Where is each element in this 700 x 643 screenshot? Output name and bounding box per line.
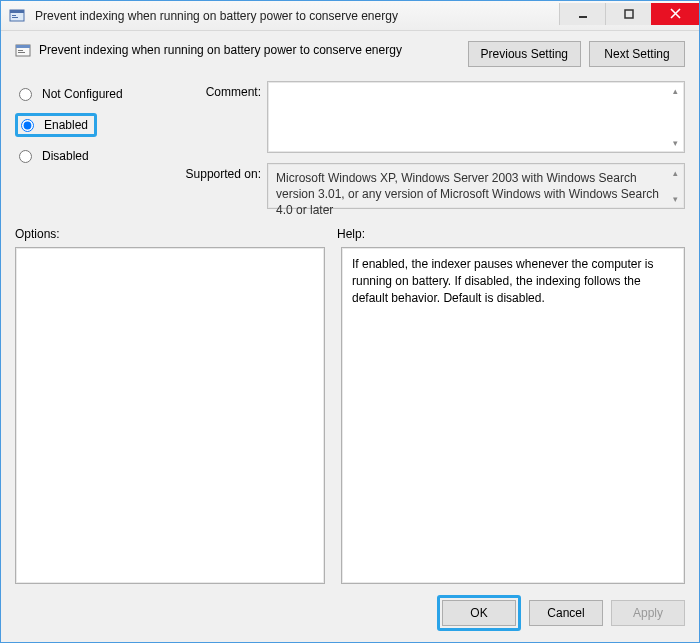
apply-button[interactable]: Apply: [611, 600, 685, 626]
radio-enabled-input[interactable]: [21, 119, 34, 132]
svg-rect-1: [10, 10, 24, 13]
scroll-up-icon: ▴: [668, 84, 682, 98]
options-pane: [15, 247, 325, 584]
scroll-down-icon: ▾: [668, 192, 682, 206]
radio-disabled-label: Disabled: [42, 149, 89, 163]
scroll-down-icon: ▾: [668, 136, 682, 150]
policy-title: Prevent indexing when running on battery…: [39, 41, 460, 57]
maximize-button[interactable]: [605, 3, 651, 25]
radio-not-configured-label: Not Configured: [42, 87, 123, 101]
policy-icon: [15, 43, 31, 59]
radio-enabled[interactable]: Enabled: [15, 113, 97, 137]
window-controls: [559, 3, 699, 25]
radio-disabled-input[interactable]: [19, 150, 32, 163]
svg-rect-2: [12, 15, 16, 16]
app-icon: [9, 8, 25, 24]
svg-rect-5: [625, 10, 633, 18]
next-setting-button[interactable]: Next Setting: [589, 41, 685, 67]
scroll-up-icon: ▴: [668, 166, 682, 180]
svg-rect-7: [16, 45, 30, 48]
comment-scrollbar[interactable]: ▴ ▾: [668, 84, 682, 150]
help-pane: If enabled, the indexer pauses whenever …: [341, 247, 685, 584]
svg-rect-9: [18, 52, 25, 53]
comment-label: Comment:: [173, 81, 261, 99]
supported-on-value: Microsoft Windows XP, Windows Server 200…: [276, 171, 659, 217]
svg-rect-3: [12, 17, 18, 18]
supported-on-text: Microsoft Windows XP, Windows Server 200…: [267, 163, 685, 209]
supported-on-label: Supported on:: [173, 163, 261, 181]
options-label: Options:: [15, 227, 337, 241]
window-title: Prevent indexing when running on battery…: [35, 9, 398, 23]
cancel-button[interactable]: Cancel: [529, 600, 603, 626]
title-bar: Prevent indexing when running on battery…: [1, 1, 699, 31]
help-label: Help:: [337, 227, 365, 241]
radio-not-configured-input[interactable]: [19, 88, 32, 101]
svg-rect-4: [579, 16, 587, 18]
previous-setting-button[interactable]: Previous Setting: [468, 41, 581, 67]
comment-textarea[interactable]: ▴ ▾: [267, 81, 685, 153]
dialog-footer: OK Cancel Apply: [15, 584, 685, 630]
close-button[interactable]: [651, 3, 699, 25]
supported-scrollbar[interactable]: ▴ ▾: [668, 166, 682, 206]
svg-rect-8: [18, 50, 23, 51]
minimize-button[interactable]: [559, 3, 605, 25]
help-text: If enabled, the indexer pauses whenever …: [352, 257, 654, 305]
policy-state-radios: Not Configured Enabled Disabled: [15, 81, 167, 165]
radio-not-configured[interactable]: Not Configured: [15, 85, 167, 103]
radio-enabled-label: Enabled: [44, 118, 88, 132]
radio-disabled[interactable]: Disabled: [15, 147, 167, 165]
ok-button[interactable]: OK: [442, 600, 516, 626]
